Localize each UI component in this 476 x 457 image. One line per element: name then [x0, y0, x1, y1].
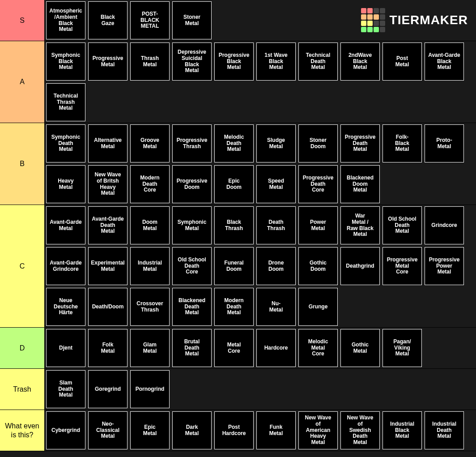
tier-item[interactable]: Industrial Black Metal [382, 411, 422, 449]
tier-items[interactable]: Symphonic Black MetalProgressive MetalTh… [45, 41, 476, 123]
tier-item[interactable]: Dark Metal [172, 411, 212, 449]
tier-item[interactable]: Progressive Metal Core [382, 247, 422, 285]
tier-item[interactable]: War Metal / Raw Black Metal [340, 206, 380, 244]
tier-label[interactable]: Trash [0, 369, 45, 410]
tier-item[interactable]: Cybergrind [46, 411, 85, 449]
tier-item[interactable]: Stoner Doom [298, 124, 338, 162]
tier-item[interactable]: Grindcore [425, 206, 464, 244]
tier-item[interactable]: Melodic Death Metal [214, 124, 254, 162]
tier-item[interactable]: Progressive Death Metal [340, 124, 380, 162]
tier-item[interactable]: Slam Death Metal [46, 370, 85, 408]
tier-row: DDjentFolk MetalGlam MetalBrutal Death M… [0, 328, 476, 369]
tier-row: BSymphonic Death MetalAlternative MetalG… [0, 123, 476, 205]
tier-item[interactable]: Funeral Doom [214, 247, 254, 285]
tier-item[interactable]: Technical Death Metal [298, 43, 338, 81]
tier-item[interactable]: Pornogrind [130, 370, 170, 408]
tier-item[interactable]: Progressive Doom [172, 165, 212, 203]
tier-item[interactable]: Crossover Thrash [130, 288, 170, 326]
tier-item[interactable]: Drone Doom [256, 247, 296, 285]
tier-item[interactable]: Progressive Metal [88, 43, 128, 81]
tier-item[interactable]: Progressive Power Metal [425, 247, 464, 285]
tier-item[interactable]: Atmospheric /Ambient Black Metal [46, 1, 85, 39]
tier-item[interactable]: Sludge Metal [256, 124, 296, 162]
tier-label[interactable]: C [0, 205, 45, 327]
tier-item[interactable]: New Wave of Britsh Heavy Metal [88, 165, 128, 203]
tier-item[interactable]: Doom Metal [130, 206, 170, 244]
tier-item[interactable]: Folk- Black Metal [382, 124, 422, 162]
tier-item[interactable]: Gothic Metal [340, 329, 380, 367]
tier-item[interactable]: Avant-Garde Metal [46, 206, 85, 244]
tier-item[interactable]: Black Gaze [88, 1, 128, 39]
tier-item[interactable]: Blackened Death Metal [172, 288, 212, 326]
tier-item[interactable]: Power Metal [298, 206, 338, 244]
tier-item[interactable]: Djent [46, 329, 85, 367]
tier-item[interactable]: Post Hardcore [214, 411, 254, 449]
tier-item[interactable]: Progressive Black Metal [214, 43, 254, 81]
tier-item[interactable]: Goregrind [88, 370, 128, 408]
tier-item[interactable]: Post Metal [382, 43, 422, 81]
tier-item[interactable]: Speed Metal [256, 165, 296, 203]
tier-item[interactable]: Modern Death Metal [214, 288, 254, 326]
tier-item[interactable]: Melodic Metal Core [298, 329, 338, 367]
tier-item[interactable]: Neo- Classical Metal [88, 411, 128, 449]
tiermaker-logo-icon [361, 8, 385, 32]
tier-item[interactable]: Industrial Death Metal [425, 411, 464, 449]
tier-items[interactable]: Slam Death MetalGoregrindPornogrind [45, 369, 476, 410]
tier-item[interactable]: Death/Doom [88, 288, 128, 326]
tier-item[interactable]: Brutal Death Metal [172, 329, 212, 367]
tier-item[interactable]: Heavy Metal [46, 165, 85, 203]
tier-label[interactable]: What even is this? [0, 410, 45, 451]
tier-list: SAtmospheric /Ambient Black MetalBlack G… [0, 0, 476, 451]
tier-item[interactable]: Modern Death Core [130, 165, 170, 203]
tier-items[interactable]: Symphonic Death MetalAlternative MetalGr… [45, 123, 476, 205]
tier-item[interactable]: Metal Core [214, 329, 254, 367]
tier-item[interactable]: Symphonic Black Metal [46, 43, 85, 81]
tier-item[interactable]: Thrash Metal [130, 43, 170, 81]
tier-item[interactable]: POST- BLACK METAL [130, 1, 170, 39]
tier-item[interactable]: Depressive Suicidal Black Metal [172, 43, 212, 81]
tier-item[interactable]: Funk Metal [256, 411, 296, 449]
tier-item[interactable]: New Wave of Swedish Death Metal [340, 411, 380, 449]
tier-item[interactable]: Death Thrash [256, 206, 296, 244]
tier-item[interactable]: Epic Doom [214, 165, 254, 203]
tier-item[interactable]: Folk Metal [88, 329, 128, 367]
tier-item[interactable]: Technical Thrash Metal [46, 83, 85, 121]
tier-item[interactable]: Glam Metal [130, 329, 170, 367]
tier-item[interactable]: Alternative Metal [88, 124, 128, 162]
tier-label[interactable]: S [0, 0, 45, 41]
tier-item[interactable]: New Wave of American Heavy Metal [298, 411, 338, 449]
tier-label[interactable]: B [0, 123, 45, 205]
tier-item[interactable]: Neue Deutsche Härte [46, 288, 85, 326]
tier-item[interactable]: Avant-Garde Black Metal [425, 43, 464, 81]
tier-item[interactable]: Old School Death Core [172, 247, 212, 285]
tier-item[interactable]: Symphonic Death Metal [46, 124, 85, 162]
tier-item[interactable]: Avant-Garde Death Metal [88, 206, 128, 244]
tier-item[interactable]: Blackened Doom Metal [340, 165, 380, 203]
tier-item[interactable]: Groove Metal [130, 124, 170, 162]
tier-item[interactable]: Black Thrash [214, 206, 254, 244]
tier-item[interactable]: Grunge [298, 288, 338, 326]
tier-item[interactable]: 1st Wave Black Metal [256, 43, 296, 81]
tier-item[interactable]: Nu- Metal [256, 288, 296, 326]
tier-item[interactable]: Epic Metal [130, 411, 170, 449]
tier-items[interactable]: CybergrindNeo- Classical MetalEpic Metal… [45, 410, 476, 451]
tier-item[interactable]: Deathgrind [340, 247, 380, 285]
tier-row: CAvant-Garde MetalAvant-Garde Death Meta… [0, 205, 476, 328]
tier-item[interactable]: Stoner Metal [172, 1, 212, 39]
tier-item[interactable]: Hardcore [256, 329, 296, 367]
tier-item[interactable]: Gothic Doom [298, 247, 338, 285]
tier-item[interactable]: Avant-Garde Grindcore [46, 247, 85, 285]
tier-label[interactable]: D [0, 328, 45, 368]
tier-item[interactable]: Symphonic Metal [172, 206, 212, 244]
tier-item[interactable]: Old School Death Metal [382, 206, 422, 244]
tier-item[interactable]: Progressive Thrash [172, 124, 212, 162]
tier-item[interactable]: Proto- Metal [425, 124, 464, 162]
tier-item[interactable]: Experimental Metal [88, 247, 128, 285]
tier-label[interactable]: A [0, 41, 45, 123]
tier-items[interactable]: Avant-Garde MetalAvant-Garde Death Metal… [45, 205, 476, 327]
tier-items[interactable]: DjentFolk MetalGlam MetalBrutal Death Me… [45, 328, 476, 368]
tier-item[interactable]: Pagan/ Viking Metal [382, 329, 422, 367]
tier-item[interactable]: 2ndWave Black Metal [340, 43, 380, 81]
tier-item[interactable]: Progressive Death Core [298, 165, 338, 203]
tier-item[interactable]: Industrial Metal [130, 247, 170, 285]
